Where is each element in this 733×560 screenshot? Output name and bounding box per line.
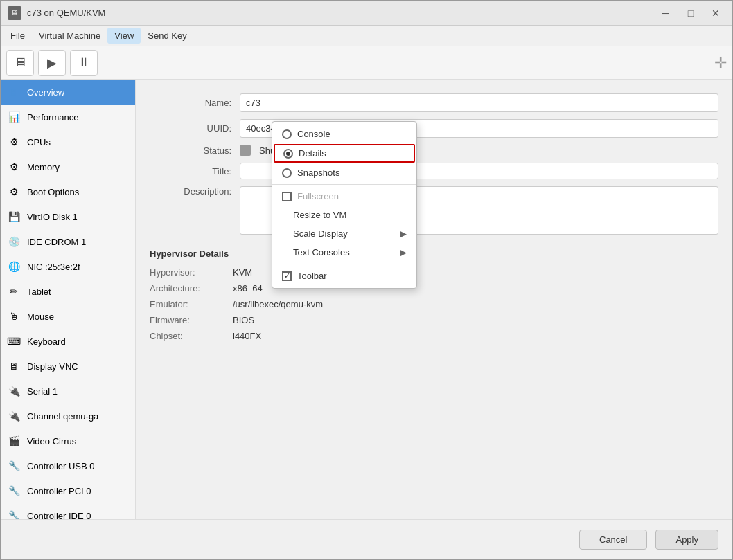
- hyp-hypervisor-value: KVM: [233, 267, 252, 278]
- toolbar-run-button[interactable]: ▶: [38, 50, 66, 76]
- nic-icon: 🌐: [6, 259, 21, 274]
- uuid-label: UUID:: [150, 123, 240, 134]
- hyp-chipset-label: Chipset:: [150, 331, 233, 341]
- sidebar-item-nic[interactable]: 🌐 NIC :25:3e:2f: [1, 254, 135, 279]
- hypervisor-heading: Hypervisor Details: [150, 249, 718, 259]
- separator-2: [272, 264, 416, 264]
- dd-toolbar[interactable]: ✓ Toolbar: [272, 267, 416, 285]
- ctrl-pci-icon: 🔧: [6, 483, 21, 498]
- name-row: Name: c73: [150, 93, 718, 112]
- hyp-chipset-row: Chipset: i440FX: [150, 331, 718, 341]
- ctrl-usb-icon: 🔧: [6, 458, 21, 473]
- console-label: Console: [297, 129, 407, 139]
- sidebar-label-overview: Overview: [27, 87, 64, 98]
- sidebar-item-tablet[interactable]: ✏ Tablet: [1, 279, 135, 304]
- sidebar-label-keyboard: Keyboard: [27, 336, 66, 347]
- hyp-hypervisor-row: Hypervisor: KVM: [150, 267, 718, 278]
- sidebar-item-channel[interactable]: 🔌 Channel qemu-ga: [1, 404, 135, 428]
- display-icon: 🖥: [6, 359, 21, 374]
- app-window: 🖥 c73 on QEMU/KVM ─ □ ✕ File Virtual Mac…: [0, 0, 733, 560]
- sidebar-label-nic: NIC :25:3e:2f: [27, 262, 80, 272]
- toolbar-pause-button[interactable]: ⏸: [70, 50, 98, 76]
- toolbar-label: Toolbar: [297, 271, 407, 281]
- dd-console[interactable]: Console: [272, 125, 416, 143]
- bottom-bar: Cancel Apply: [1, 519, 732, 559]
- sidebar-item-mouse[interactable]: 🖱 Mouse: [1, 304, 135, 329]
- snapshots-radio[interactable]: [282, 168, 292, 178]
- toolbar-screen-button[interactable]: 🖥: [6, 50, 34, 76]
- title-row: Title:: [150, 163, 718, 179]
- ctrl-ide-icon: 🔧: [6, 508, 21, 519]
- apply-button[interactable]: Apply: [655, 530, 718, 550]
- sidebar-item-controller-pci[interactable]: 🔧 Controller PCI 0: [1, 478, 135, 503]
- maximize-button[interactable]: □: [681, 6, 700, 20]
- hyp-hypervisor-label: Hypervisor:: [150, 267, 233, 278]
- uuid-row: UUID: 40ec34d-ca8f-4102-8189-ee730accfe5…: [150, 119, 718, 138]
- separator-1: [272, 184, 416, 185]
- sidebar-item-cpus[interactable]: ⚙ CPUs: [1, 129, 135, 154]
- snapshots-label: Snapshots: [297, 168, 407, 178]
- channel-icon: 🔌: [6, 408, 21, 424]
- main-content: 🖥 Overview 📊 Performance ⚙ CPUs ⚙ Memory…: [1, 80, 732, 519]
- video-icon: 🎬: [6, 433, 21, 449]
- cancel-button[interactable]: Cancel: [579, 530, 647, 550]
- hyp-arch-value: x86_64: [233, 283, 263, 293]
- hyp-chipset-value: i440FX: [233, 331, 261, 341]
- sidebar-label-performance: Performance: [27, 112, 78, 123]
- boot-icon: ⚙: [6, 184, 21, 199]
- name-label: Name:: [150, 98, 240, 108]
- sidebar-label-boot: Boot Options: [27, 187, 79, 197]
- hyp-firmware-value: BIOS: [233, 315, 254, 325]
- sidebar-item-video-cirrus[interactable]: 🎬 Video Cirrus: [1, 428, 135, 453]
- menu-file[interactable]: File: [3, 28, 32, 44]
- cdrom-icon: 💿: [6, 234, 21, 249]
- details-radio[interactable]: [283, 149, 293, 159]
- minimize-button[interactable]: ─: [656, 6, 675, 20]
- tablet-icon: ✏: [6, 284, 21, 299]
- details-radio-fill: [286, 152, 290, 156]
- console-radio[interactable]: [282, 129, 292, 139]
- sidebar-item-keyboard[interactable]: ⌨ Keyboard: [1, 329, 135, 354]
- close-button[interactable]: ✕: [706, 6, 725, 20]
- view-dropdown-menu: Console Details Snapshots: [272, 121, 417, 289]
- dd-details[interactable]: Details: [274, 144, 415, 163]
- hyp-arch-row: Architecture: x86_64: [150, 283, 718, 293]
- text-consoles-label: Text Consoles: [293, 247, 394, 258]
- fullscreen-checkbox: [282, 192, 292, 201]
- dd-resize-to-vm[interactable]: Resize to VM: [272, 206, 416, 224]
- hyp-emulator-label: Emulator:: [150, 299, 233, 309]
- sidebar-item-controller-ide[interactable]: 🔧 Controller IDE 0: [1, 503, 135, 519]
- hyp-firmware-label: Firmware:: [150, 315, 233, 325]
- sidebar-label-channel: Channel qemu-ga: [27, 411, 98, 422]
- dd-snapshots[interactable]: Snapshots: [272, 163, 416, 182]
- scale-label: Scale Display: [293, 228, 394, 239]
- detail-section: Name: c73 UUID: 40ec34d-ca8f-4102-8189-e…: [150, 93, 718, 341]
- cpus-icon: ⚙: [6, 134, 21, 150]
- disk-icon: 💾: [6, 209, 21, 224]
- menu-send-key[interactable]: Send Key: [141, 28, 193, 44]
- sidebar-item-virtio-disk[interactable]: 💾 VirtIO Disk 1: [1, 204, 135, 229]
- name-input[interactable]: c73: [240, 93, 718, 112]
- sidebar-item-controller-usb[interactable]: 🔧 Controller USB 0: [1, 453, 135, 478]
- toolbar-checkbox[interactable]: ✓: [282, 271, 292, 281]
- sidebar-item-performance[interactable]: 📊 Performance: [1, 105, 135, 129]
- window-title: c73 on QEMU/KVM: [27, 8, 656, 18]
- serial-icon: 🔌: [6, 383, 21, 399]
- dd-scale-display[interactable]: Scale Display ▶: [272, 224, 416, 243]
- sidebar-item-overview[interactable]: 🖥 Overview: [1, 80, 135, 105]
- scale-arrow-icon: ▶: [400, 228, 407, 239]
- dd-text-consoles[interactable]: Text Consoles ▶: [272, 243, 416, 262]
- titlebar: 🖥 c73 on QEMU/KVM ─ □ ✕: [1, 1, 732, 26]
- fullscreen-label: Fullscreen: [297, 191, 407, 201]
- sidebar-item-boot-options[interactable]: ⚙ Boot Options: [1, 179, 135, 204]
- menubar: File Virtual Machine View Send Key: [1, 26, 732, 46]
- menu-virtual-machine[interactable]: Virtual Machine: [32, 28, 107, 44]
- sidebar-item-memory[interactable]: ⚙ Memory: [1, 154, 135, 179]
- sidebar-item-display-vnc[interactable]: 🖥 Display VNC: [1, 354, 135, 379]
- sidebar-item-ide-cdrom[interactable]: 💿 IDE CDROM 1: [1, 229, 135, 254]
- menu-view[interactable]: View: [107, 28, 141, 44]
- app-icon: 🖥: [8, 6, 21, 20]
- resize-label: Resize to VM: [293, 210, 407, 220]
- title-label: Title:: [150, 166, 240, 177]
- sidebar-item-serial[interactable]: 🔌 Serial 1: [1, 379, 135, 404]
